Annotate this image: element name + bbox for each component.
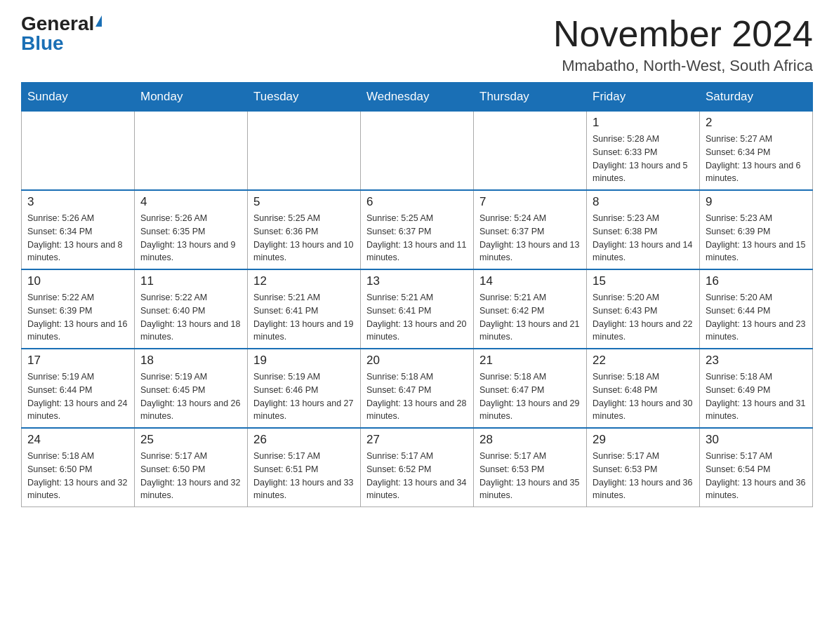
day-number: 2 <box>706 116 807 130</box>
month-title: November 2024 <box>553 14 813 54</box>
calendar-cell: 24Sunrise: 5:18 AMSunset: 6:50 PMDayligh… <box>22 428 135 507</box>
day-number: 15 <box>593 274 694 288</box>
day-number: 18 <box>140 354 241 368</box>
day-info: Sunrise: 5:27 AMSunset: 6:34 PMDaylight:… <box>706 133 807 185</box>
calendar-cell: 27Sunrise: 5:17 AMSunset: 6:52 PMDayligh… <box>361 428 474 507</box>
day-info: Sunrise: 5:23 AMSunset: 6:38 PMDaylight:… <box>593 212 694 264</box>
day-info: Sunrise: 5:23 AMSunset: 6:39 PMDaylight:… <box>706 212 807 264</box>
calendar-week-row: 17Sunrise: 5:19 AMSunset: 6:44 PMDayligh… <box>22 349 813 428</box>
logo-blue-text: Blue <box>21 34 64 53</box>
day-info: Sunrise: 5:28 AMSunset: 6:33 PMDaylight:… <box>593 133 694 185</box>
day-number: 24 <box>27 433 128 447</box>
day-number: 23 <box>706 354 807 368</box>
calendar-cell: 17Sunrise: 5:19 AMSunset: 6:44 PMDayligh… <box>22 349 135 428</box>
calendar-cell: 28Sunrise: 5:17 AMSunset: 6:53 PMDayligh… <box>474 428 587 507</box>
day-info: Sunrise: 5:26 AMSunset: 6:34 PMDaylight:… <box>27 212 128 264</box>
day-info: Sunrise: 5:18 AMSunset: 6:48 PMDaylight:… <box>593 370 694 423</box>
calendar-cell: 6Sunrise: 5:25 AMSunset: 6:37 PMDaylight… <box>361 190 474 269</box>
day-info: Sunrise: 5:22 AMSunset: 6:40 PMDaylight:… <box>140 291 241 344</box>
day-number: 28 <box>479 433 581 447</box>
day-info: Sunrise: 5:21 AMSunset: 6:41 PMDaylight:… <box>366 291 468 344</box>
calendar-cell: 21Sunrise: 5:18 AMSunset: 6:47 PMDayligh… <box>474 349 587 428</box>
calendar-cell <box>22 112 135 191</box>
calendar-table: SundayMondayTuesdayWednesdayThursdayFrid… <box>21 82 813 507</box>
day-number: 26 <box>253 433 355 447</box>
day-number: 19 <box>253 354 355 368</box>
day-number: 8 <box>593 195 694 209</box>
logo-triangle-icon <box>95 15 102 27</box>
calendar-cell: 19Sunrise: 5:19 AMSunset: 6:46 PMDayligh… <box>248 349 361 428</box>
weekday-header-thursday: Thursday <box>474 83 587 112</box>
day-number: 29 <box>593 433 694 447</box>
day-info: Sunrise: 5:18 AMSunset: 6:50 PMDaylight:… <box>27 450 128 502</box>
weekday-header-tuesday: Tuesday <box>248 83 361 112</box>
day-number: 4 <box>140 195 241 209</box>
day-info: Sunrise: 5:19 AMSunset: 6:45 PMDaylight:… <box>140 370 241 423</box>
day-number: 25 <box>140 433 241 447</box>
day-number: 5 <box>253 195 355 209</box>
day-number: 22 <box>593 354 694 368</box>
weekday-header-sunday: Sunday <box>22 83 135 112</box>
calendar-header-row: SundayMondayTuesdayWednesdayThursdayFrid… <box>22 83 813 112</box>
day-number: 9 <box>706 195 807 209</box>
location-title: Mmabatho, North-West, South Africa <box>553 57 813 75</box>
day-info: Sunrise: 5:25 AMSunset: 6:36 PMDaylight:… <box>253 212 355 264</box>
calendar-cell: 30Sunrise: 5:17 AMSunset: 6:54 PMDayligh… <box>700 428 813 507</box>
calendar-cell: 9Sunrise: 5:23 AMSunset: 6:39 PMDaylight… <box>700 190 813 269</box>
calendar-cell: 26Sunrise: 5:17 AMSunset: 6:51 PMDayligh… <box>248 428 361 507</box>
calendar-cell: 1Sunrise: 5:28 AMSunset: 6:33 PMDaylight… <box>587 112 700 191</box>
day-info: Sunrise: 5:20 AMSunset: 6:44 PMDaylight:… <box>706 291 807 344</box>
calendar-cell: 20Sunrise: 5:18 AMSunset: 6:47 PMDayligh… <box>361 349 474 428</box>
day-info: Sunrise: 5:25 AMSunset: 6:37 PMDaylight:… <box>366 212 468 264</box>
calendar-cell: 15Sunrise: 5:20 AMSunset: 6:43 PMDayligh… <box>587 269 700 349</box>
day-info: Sunrise: 5:24 AMSunset: 6:37 PMDaylight:… <box>479 212 581 264</box>
title-block: November 2024 Mmabatho, North-West, Sout… <box>553 14 813 75</box>
calendar-cell: 10Sunrise: 5:22 AMSunset: 6:39 PMDayligh… <box>22 269 135 349</box>
calendar-cell: 13Sunrise: 5:21 AMSunset: 6:41 PMDayligh… <box>361 269 474 349</box>
calendar-cell <box>474 112 587 191</box>
logo-general-text: General <box>21 14 94 34</box>
calendar-week-row: 24Sunrise: 5:18 AMSunset: 6:50 PMDayligh… <box>22 428 813 507</box>
day-info: Sunrise: 5:17 AMSunset: 6:51 PMDaylight:… <box>253 450 355 502</box>
day-number: 6 <box>366 195 468 209</box>
day-number: 1 <box>593 116 694 130</box>
day-number: 13 <box>366 274 468 288</box>
calendar-cell <box>248 112 361 191</box>
calendar-cell: 4Sunrise: 5:26 AMSunset: 6:35 PMDaylight… <box>135 190 248 269</box>
day-info: Sunrise: 5:19 AMSunset: 6:46 PMDaylight:… <box>253 370 355 423</box>
calendar-cell: 11Sunrise: 5:22 AMSunset: 6:40 PMDayligh… <box>135 269 248 349</box>
calendar-cell: 29Sunrise: 5:17 AMSunset: 6:53 PMDayligh… <box>587 428 700 507</box>
day-number: 7 <box>479 195 581 209</box>
day-info: Sunrise: 5:17 AMSunset: 6:50 PMDaylight:… <box>140 450 241 502</box>
logo: General Blue <box>21 14 102 53</box>
day-info: Sunrise: 5:20 AMSunset: 6:43 PMDaylight:… <box>593 291 694 344</box>
day-number: 12 <box>253 274 355 288</box>
day-number: 11 <box>140 274 241 288</box>
day-info: Sunrise: 5:17 AMSunset: 6:53 PMDaylight:… <box>479 450 581 502</box>
day-info: Sunrise: 5:21 AMSunset: 6:41 PMDaylight:… <box>253 291 355 344</box>
day-info: Sunrise: 5:19 AMSunset: 6:44 PMDaylight:… <box>27 370 128 423</box>
day-number: 10 <box>27 274 128 288</box>
weekday-header-friday: Friday <box>587 83 700 112</box>
day-info: Sunrise: 5:21 AMSunset: 6:42 PMDaylight:… <box>479 291 581 344</box>
day-number: 21 <box>479 354 581 368</box>
day-number: 17 <box>27 354 128 368</box>
calendar-cell: 22Sunrise: 5:18 AMSunset: 6:48 PMDayligh… <box>587 349 700 428</box>
day-number: 27 <box>366 433 468 447</box>
calendar-cell: 25Sunrise: 5:17 AMSunset: 6:50 PMDayligh… <box>135 428 248 507</box>
calendar-week-row: 3Sunrise: 5:26 AMSunset: 6:34 PMDaylight… <box>22 190 813 269</box>
calendar-cell <box>361 112 474 191</box>
weekday-header-saturday: Saturday <box>700 83 813 112</box>
calendar-cell: 7Sunrise: 5:24 AMSunset: 6:37 PMDaylight… <box>474 190 587 269</box>
calendar-cell: 8Sunrise: 5:23 AMSunset: 6:38 PMDaylight… <box>587 190 700 269</box>
day-number: 14 <box>479 274 581 288</box>
day-info: Sunrise: 5:17 AMSunset: 6:53 PMDaylight:… <box>593 450 694 502</box>
day-number: 16 <box>706 274 807 288</box>
day-info: Sunrise: 5:26 AMSunset: 6:35 PMDaylight:… <box>140 212 241 264</box>
weekday-header-wednesday: Wednesday <box>361 83 474 112</box>
calendar-cell: 2Sunrise: 5:27 AMSunset: 6:34 PMDaylight… <box>700 112 813 191</box>
day-number: 30 <box>706 433 807 447</box>
day-info: Sunrise: 5:18 AMSunset: 6:49 PMDaylight:… <box>706 370 807 423</box>
calendar-week-row: 10Sunrise: 5:22 AMSunset: 6:39 PMDayligh… <box>22 269 813 349</box>
calendar-cell: 5Sunrise: 5:25 AMSunset: 6:36 PMDaylight… <box>248 190 361 269</box>
